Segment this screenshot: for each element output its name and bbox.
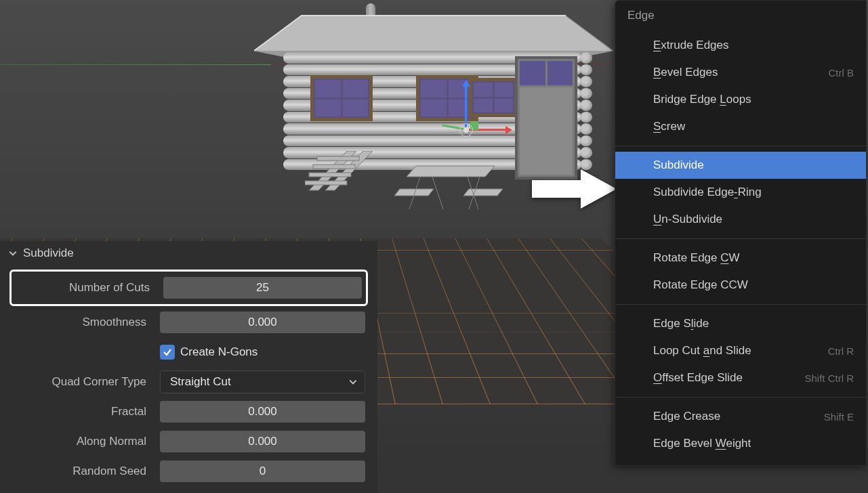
menu-item-subdivide-edge-ring[interactable]: Subdivide Edge-Ring xyxy=(615,179,866,206)
menu-item-rotate-edge-cw[interactable]: Rotate Edge CW xyxy=(615,244,866,272)
label-random-seed: Random Seed xyxy=(12,465,153,478)
menu-item-shortcut: Shift E xyxy=(824,411,854,423)
menu-separator xyxy=(615,397,866,398)
svg-rect-4 xyxy=(317,156,359,160)
menu-item-label: Rotate Edge CCW xyxy=(653,278,748,292)
field-random-seed[interactable]: 0 xyxy=(160,460,365,482)
menu-item-label: Subdivide xyxy=(653,158,704,172)
field-along-normal[interactable]: 0.000 xyxy=(160,431,365,452)
picnic-table xyxy=(393,162,508,215)
svg-rect-7 xyxy=(305,181,347,185)
operator-panel-title: Subdivide xyxy=(23,246,74,260)
menu-item-screw[interactable]: Screw xyxy=(615,113,866,140)
menu-item-un-subdivide[interactable]: Un-Subdivide xyxy=(615,206,866,233)
edge-context-menu: Edge Extrude EdgesBevel EdgesCtrl BBridg… xyxy=(615,0,867,466)
stairs xyxy=(305,151,373,198)
menu-item-label: Extrude Edges xyxy=(653,39,729,52)
menu-item-edge-slide[interactable]: Edge Slide xyxy=(615,310,866,337)
menu-item-loop-cut-and-slide[interactable]: Loop Cut and SlideCtrl R xyxy=(615,337,866,364)
menu-item-shortcut: Ctrl R xyxy=(828,345,854,357)
menu-item-offset-edge-slide[interactable]: Offset Edge SlideShift Ctrl R xyxy=(615,364,866,391)
menu-item-label: Bevel Edges xyxy=(653,66,718,79)
menu-item-label: Screw xyxy=(653,120,685,133)
callout-arrow-icon xyxy=(532,168,617,210)
chevron-down-icon xyxy=(8,249,18,258)
svg-rect-6 xyxy=(309,173,351,177)
window-left xyxy=(310,75,373,121)
operator-panel-header[interactable]: Subdivide xyxy=(0,241,377,265)
checkmark-icon xyxy=(160,345,175,360)
field-smoothness[interactable]: 0.000 xyxy=(160,312,365,333)
label-along-normal: Along Normal xyxy=(12,435,153,448)
menu-item-shortcut: Shift Ctrl R xyxy=(804,372,854,384)
menu-item-extrude-edges[interactable]: Extrude Edges xyxy=(615,32,866,59)
menu-item-shortcut: Ctrl B xyxy=(829,67,854,79)
label-create-ngons: Create N-Gons xyxy=(180,345,257,359)
menu-separator xyxy=(615,304,866,305)
svg-marker-10 xyxy=(463,189,503,196)
menu-item-bevel-edges[interactable]: Bevel EdgesCtrl B xyxy=(615,59,866,86)
svg-rect-5 xyxy=(313,165,355,169)
field-number-of-cuts[interactable]: 25 xyxy=(163,277,362,299)
menu-item-label: Rotate Edge CW xyxy=(653,251,740,265)
menu-item-label: Edge Crease xyxy=(653,410,720,423)
axis-y xyxy=(0,64,305,65)
label-number-of-cuts: Number of Cuts xyxy=(16,281,157,295)
select-quad-corner-type[interactable]: Straight Cut xyxy=(160,370,365,393)
svg-line-13 xyxy=(432,177,443,209)
operator-panel: Subdivide Number of Cuts 25 Smoothness 0… xyxy=(0,241,377,493)
menu-item-edge-bevel-weight[interactable]: Edge Bevel Weight xyxy=(615,430,866,457)
menu-item-rotate-edge-ccw[interactable]: Rotate Edge CCW xyxy=(615,272,866,299)
label-fractal: Fractal xyxy=(12,405,153,419)
menu-item-label: Subdivide Edge-Ring xyxy=(653,186,762,199)
checkbox-create-ngons[interactable]: Create N-Gons xyxy=(160,341,257,363)
menu-separator xyxy=(615,238,866,239)
label-quad-corner: Quad Corner Type xyxy=(12,375,153,389)
menu-item-label: Un-Subdivide xyxy=(653,213,722,226)
svg-marker-15 xyxy=(532,169,617,209)
menu-item-label: Edge Slide xyxy=(653,317,709,330)
menu-separator xyxy=(615,146,866,146)
svg-marker-8 xyxy=(407,166,495,177)
highlight-number-of-cuts: Number of Cuts 25 xyxy=(9,270,368,306)
menu-item-label: Edge Bevel Weight xyxy=(653,437,751,450)
window-right xyxy=(469,78,518,117)
menu-item-edge-crease[interactable]: Edge CreaseShift E xyxy=(615,403,866,430)
chevron-down-icon xyxy=(348,377,358,387)
label-smoothness: Smoothness xyxy=(12,316,153,329)
menu-item-bridge-edge-loops[interactable]: Bridge Edge Loops xyxy=(615,86,866,113)
field-fractal[interactable]: 0.000 xyxy=(160,401,365,423)
menu-item-label: Loop Cut and Slide xyxy=(653,344,751,358)
menu-item-subdivide[interactable]: Subdivide xyxy=(615,152,866,179)
door xyxy=(515,56,577,179)
edge-menu-title: Edge xyxy=(615,1,866,32)
menu-item-label: Offset Edge Slide xyxy=(653,371,743,385)
edge-menu-body: Extrude EdgesBevel EdgesCtrl BBridge Edg… xyxy=(615,32,866,457)
menu-item-label: Bridge Edge Loops xyxy=(653,93,751,106)
